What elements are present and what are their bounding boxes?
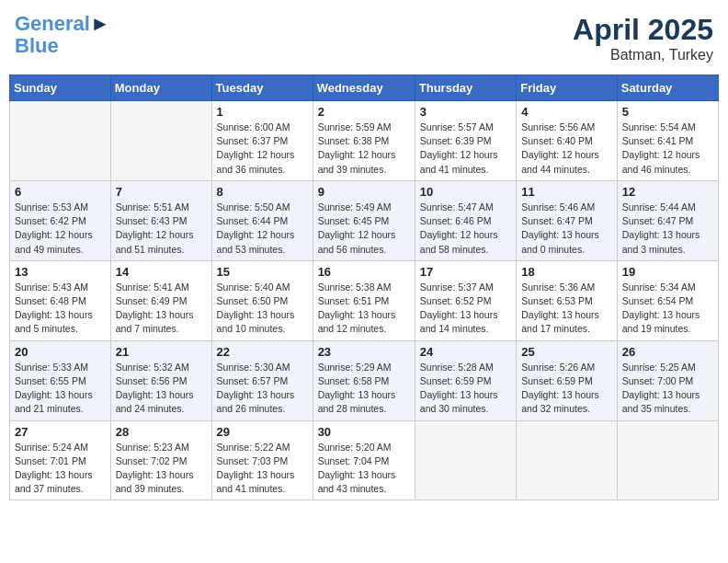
day-info: Sunrise: 5:56 AMSunset: 6:40 PMDaylight:… [521, 121, 612, 177]
day-info: Sunrise: 5:50 AMSunset: 6:44 PMDaylight:… [217, 201, 308, 257]
calendar-cell: 11Sunrise: 5:46 AMSunset: 6:47 PMDayligh… [517, 180, 618, 260]
day-info: Sunrise: 5:28 AMSunset: 6:59 PMDaylight:… [420, 361, 511, 417]
logo-general: General [15, 12, 90, 35]
calendar-cell: 1Sunrise: 6:00 AMSunset: 6:37 PMDaylight… [211, 101, 313, 181]
calendar-cell [415, 420, 516, 500]
calendar-cell: 2Sunrise: 5:59 AMSunset: 6:38 PMDaylight… [313, 101, 415, 181]
calendar-cell: 30Sunrise: 5:20 AMSunset: 7:04 PMDayligh… [313, 420, 415, 500]
calendar-cell: 7Sunrise: 5:51 AMSunset: 6:43 PMDaylight… [110, 180, 211, 260]
calendar-cell: 4Sunrise: 5:56 AMSunset: 6:40 PMDaylight… [517, 101, 618, 181]
day-number: 28 [116, 425, 207, 439]
day-number: 26 [622, 345, 713, 359]
weekday-header: Monday [110, 75, 211, 101]
day-number: 20 [15, 345, 106, 359]
day-number: 23 [318, 345, 410, 359]
title-area: April 2025 Batman, Turkey [573, 13, 713, 63]
calendar-cell: 13Sunrise: 5:43 AMSunset: 6:48 PMDayligh… [10, 260, 111, 340]
calendar-cell: 24Sunrise: 5:28 AMSunset: 6:59 PMDayligh… [415, 340, 516, 420]
day-info: Sunrise: 5:44 AMSunset: 6:47 PMDaylight:… [622, 201, 713, 257]
month-title: April 2025 [573, 13, 713, 47]
calendar-cell [517, 420, 618, 500]
day-number: 3 [420, 105, 511, 119]
day-info: Sunrise: 5:36 AMSunset: 6:53 PMDaylight:… [521, 281, 612, 337]
day-number: 24 [420, 345, 511, 359]
day-info: Sunrise: 5:46 AMSunset: 6:47 PMDaylight:… [521, 201, 612, 257]
weekday-header: Sunday [10, 75, 111, 101]
day-info: Sunrise: 5:23 AMSunset: 7:02 PMDaylight:… [116, 441, 207, 497]
calendar-cell: 9Sunrise: 5:49 AMSunset: 6:45 PMDaylight… [313, 180, 415, 260]
calendar-week-row: 13Sunrise: 5:43 AMSunset: 6:48 PMDayligh… [10, 260, 719, 340]
day-number: 21 [116, 345, 207, 359]
calendar-cell [110, 101, 211, 181]
day-number: 4 [521, 105, 612, 119]
day-number: 14 [116, 265, 207, 279]
weekday-header: Thursday [415, 75, 516, 101]
weekday-header: Friday [517, 75, 618, 101]
day-info: Sunrise: 5:38 AMSunset: 6:51 PMDaylight:… [318, 281, 410, 337]
calendar-cell: 10Sunrise: 5:47 AMSunset: 6:46 PMDayligh… [415, 180, 516, 260]
day-info: Sunrise: 5:54 AMSunset: 6:41 PMDaylight:… [622, 121, 713, 177]
calendar-cell: 17Sunrise: 5:37 AMSunset: 6:52 PMDayligh… [415, 260, 516, 340]
location: Batman, Turkey [573, 47, 713, 63]
calendar-cell: 15Sunrise: 5:40 AMSunset: 6:50 PMDayligh… [211, 260, 313, 340]
day-number: 17 [420, 265, 511, 279]
day-number: 9 [318, 185, 410, 199]
day-info: Sunrise: 5:20 AMSunset: 7:04 PMDaylight:… [318, 441, 410, 497]
calendar-cell: 18Sunrise: 5:36 AMSunset: 6:53 PMDayligh… [517, 260, 618, 340]
day-info: Sunrise: 5:32 AMSunset: 6:56 PMDaylight:… [116, 361, 207, 417]
day-number: 27 [15, 425, 106, 439]
calendar-cell [617, 420, 718, 500]
day-number: 29 [217, 425, 308, 439]
day-info: Sunrise: 5:22 AMSunset: 7:03 PMDaylight:… [217, 441, 308, 497]
logo: General► Blue [15, 13, 110, 57]
day-number: 30 [318, 425, 410, 439]
calendar-cell: 21Sunrise: 5:32 AMSunset: 6:56 PMDayligh… [110, 340, 211, 420]
day-info: Sunrise: 5:26 AMSunset: 6:59 PMDaylight:… [521, 361, 612, 417]
day-info: Sunrise: 5:29 AMSunset: 6:58 PMDaylight:… [318, 361, 410, 417]
calendar-cell: 26Sunrise: 5:25 AMSunset: 7:00 PMDayligh… [617, 340, 718, 420]
calendar-week-row: 6Sunrise: 5:53 AMSunset: 6:42 PMDaylight… [10, 180, 719, 260]
calendar-week-row: 20Sunrise: 5:33 AMSunset: 6:55 PMDayligh… [10, 340, 719, 420]
day-number: 7 [116, 185, 207, 199]
day-info: Sunrise: 5:59 AMSunset: 6:38 PMDaylight:… [318, 121, 410, 177]
day-number: 16 [318, 265, 410, 279]
day-info: Sunrise: 5:24 AMSunset: 7:01 PMDaylight:… [15, 441, 106, 497]
calendar-header-row: SundayMondayTuesdayWednesdayThursdayFrid… [10, 75, 719, 101]
calendar-cell: 12Sunrise: 5:44 AMSunset: 6:47 PMDayligh… [617, 180, 718, 260]
calendar-cell: 14Sunrise: 5:41 AMSunset: 6:49 PMDayligh… [110, 260, 211, 340]
day-number: 8 [217, 185, 308, 199]
day-info: Sunrise: 5:34 AMSunset: 6:54 PMDaylight:… [622, 281, 713, 337]
day-number: 25 [521, 345, 612, 359]
calendar-cell: 25Sunrise: 5:26 AMSunset: 6:59 PMDayligh… [517, 340, 618, 420]
calendar-cell: 16Sunrise: 5:38 AMSunset: 6:51 PMDayligh… [313, 260, 415, 340]
calendar-week-row: 27Sunrise: 5:24 AMSunset: 7:01 PMDayligh… [10, 420, 719, 500]
day-number: 19 [622, 265, 713, 279]
calendar-cell: 19Sunrise: 5:34 AMSunset: 6:54 PMDayligh… [617, 260, 718, 340]
calendar-cell: 22Sunrise: 5:30 AMSunset: 6:57 PMDayligh… [211, 340, 313, 420]
day-info: Sunrise: 5:49 AMSunset: 6:45 PMDaylight:… [318, 201, 410, 257]
calendar-cell: 5Sunrise: 5:54 AMSunset: 6:41 PMDaylight… [617, 101, 718, 181]
calendar-cell: 8Sunrise: 5:50 AMSunset: 6:44 PMDaylight… [211, 180, 313, 260]
calendar-cell: 27Sunrise: 5:24 AMSunset: 7:01 PMDayligh… [10, 420, 111, 500]
weekday-header: Tuesday [211, 75, 313, 101]
day-number: 18 [521, 265, 612, 279]
day-number: 5 [622, 105, 713, 119]
day-number: 2 [318, 105, 410, 119]
calendar-cell: 23Sunrise: 5:29 AMSunset: 6:58 PMDayligh… [313, 340, 415, 420]
calendar-week-row: 1Sunrise: 6:00 AMSunset: 6:37 PMDaylight… [10, 101, 719, 181]
day-info: Sunrise: 5:51 AMSunset: 6:43 PMDaylight:… [116, 201, 207, 257]
day-info: Sunrise: 5:30 AMSunset: 6:57 PMDaylight:… [217, 361, 308, 417]
day-number: 6 [15, 185, 106, 199]
day-number: 11 [521, 185, 612, 199]
calendar-cell: 29Sunrise: 5:22 AMSunset: 7:03 PMDayligh… [211, 420, 313, 500]
day-info: Sunrise: 5:53 AMSunset: 6:42 PMDaylight:… [15, 201, 106, 257]
day-info: Sunrise: 5:33 AMSunset: 6:55 PMDaylight:… [15, 361, 106, 417]
day-info: Sunrise: 5:40 AMSunset: 6:50 PMDaylight:… [217, 281, 308, 337]
day-number: 15 [217, 265, 308, 279]
calendar-table: SundayMondayTuesdayWednesdayThursdayFrid… [9, 75, 719, 500]
calendar-cell: 3Sunrise: 5:57 AMSunset: 6:39 PMDaylight… [415, 101, 516, 181]
calendar-cell: 20Sunrise: 5:33 AMSunset: 6:55 PMDayligh… [10, 340, 111, 420]
calendar-cell [10, 101, 111, 181]
day-number: 10 [420, 185, 511, 199]
day-info: Sunrise: 5:37 AMSunset: 6:52 PMDaylight:… [420, 281, 511, 337]
